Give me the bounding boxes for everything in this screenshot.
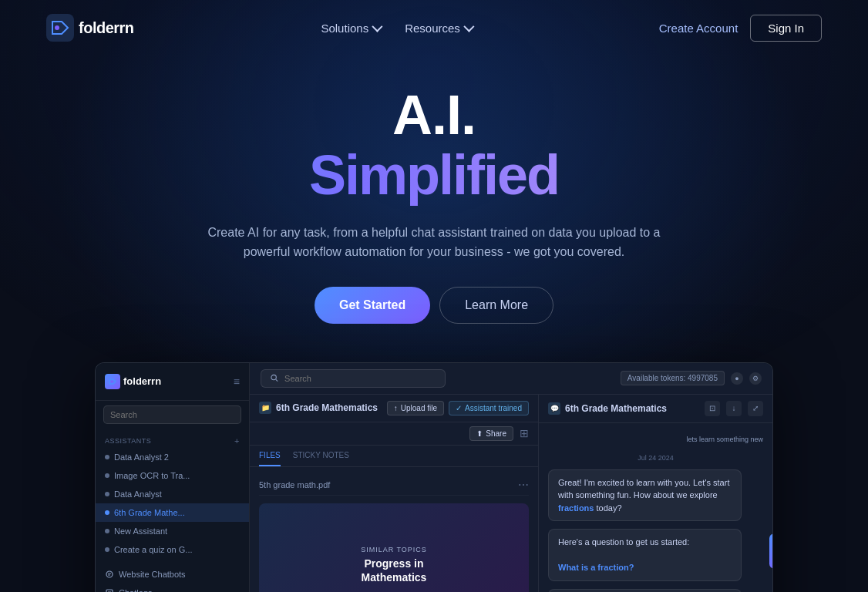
sidebar-logo: folderrn [105,374,161,389]
sidebar-logo-svg [108,377,117,386]
solutions-chevron-icon [372,22,382,32]
chat-system-notice: lets learn something new [548,432,763,446]
sidebar-search-row [96,401,249,429]
topbar: Available tokens: 4997085 ● ⚙ [250,363,772,395]
navbar: folderrn Solutions Resources Create Acco… [0,0,868,56]
sidebar-search-input[interactable] [103,405,241,424]
chat-title: 💬 6th Grade Mathematics [548,402,667,415]
upload-file-button[interactable]: ↑ Upload file [387,401,444,415]
panel-files-title: 📁 6th Grade Mathematics [259,402,378,414]
sidebar-item-website-chatbots[interactable]: Website Chatbots [96,565,249,584]
share-button[interactable]: ⬆ Share [469,426,513,441]
chat-bubble-bot-2: Here's a question to get us started: Wha… [548,529,742,581]
get-started-button[interactable]: Get Started [315,287,430,324]
sidebar-item-data-analyst[interactable]: Data Analyst [96,485,249,503]
logo-text: folderrn [79,19,134,37]
chat-messages: lets learn something new Jul 24 2024 Gre… [539,423,772,592]
logo-icon [46,14,74,42]
panel-files-content: 5th grade math.pdf ⋯ SIMILAR TOPICS Prog… [250,467,538,592]
nav-links: Solutions Resources [321,22,471,35]
hero-title-ai: A.I. [15,86,853,145]
panel-files: 📁 6th Grade Mathematics ↑ Upload file ✓ … [250,395,539,592]
sidebar-other-sections: Website Chatbots Chatlogs Chat Widget Le… [96,565,249,592]
file-name: 5th grade math.pdf [259,480,330,489]
sidebar-item-chatlogs[interactable]: Chatlogs [96,584,249,592]
sidebar-item-6th-grade[interactable]: 6th Grade Mathe... [96,503,249,522]
svg-rect-0 [46,14,74,42]
sidebar-header: folderrn ≡ [96,363,249,401]
chatlogs-icon [105,588,114,592]
chat-actions: ⊡ ↓ ⤢ [705,401,763,416]
topbar-right: Available tokens: 4997085 ● ⚙ [621,371,762,385]
topbar-circle-btn[interactable]: ● [731,372,743,385]
preview-main-title: Progress inMathematics [361,557,427,584]
svg-point-3 [106,571,113,577]
file-preview-content: SIMILAR TOPICS Progress inMathematics [361,546,427,584]
hero-subtitle: Create AI for any task, from a helpful c… [195,223,673,262]
learn-more-button[interactable]: Learn More [439,287,553,324]
share-row: ⬆ Share ⊞ [250,422,538,446]
sidebar-item-data-analyst-2[interactable]: Data Analyst 2 [96,448,249,466]
create-account-button[interactable]: Create Account [659,22,738,35]
tab-sticky-notes[interactable]: STICKY NOTES [293,446,349,466]
sidebar-item-create-quiz[interactable]: Create a quiz on G... [96,540,249,559]
main-area: Available tokens: 4997085 ● ⚙ 📁 6 [250,363,772,592]
chat-bubble-hint: Hint: Think about how we can represent a… [548,589,742,592]
search-icon [271,374,278,382]
hero-title-simplified: Simplified [15,145,853,206]
svg-point-10 [271,375,276,380]
hero-section: A.I. Simplified Create AI for any task, … [0,56,868,339]
chat-header: 💬 6th Grade Mathematics ⊡ ↓ ⤢ [539,395,772,423]
sidebar-menu-icon[interactable]: ≡ [234,375,240,388]
tab-files[interactable]: FILES [259,446,281,466]
file-preview: SIMILAR TOPICS Progress inMathematics Tr… [259,503,529,592]
panel-chat: 💬 6th Grade Mathematics ⊡ ↓ ⤢ lets learn… [539,395,772,592]
chat-timestamp-1: Jul 24 2024 [548,454,763,462]
panel-files-title-icon: 📁 [259,402,271,414]
file-item: 5th grade math.pdf ⋯ [259,475,529,496]
resources-chevron-icon [463,22,474,32]
nav-resources[interactable]: Resources [405,22,472,35]
sidebar-logo-icon [105,374,120,389]
nav-solutions[interactable]: Solutions [321,22,380,35]
hero-buttons: Get Started Learn More [15,287,853,324]
sidebar-section-assistants: Assistants + Data Analyst 2 Image OCR to… [96,429,249,562]
svg-point-2 [111,381,113,382]
logo[interactable]: folderrn [46,14,134,42]
topbar-search-input[interactable] [284,374,436,383]
sign-in-button[interactable]: Sign In [750,15,822,42]
panel-files-actions: ↑ Upload file ✓ Assistant trained [387,401,529,415]
tokens-badge: Available tokens: 4997085 [621,371,725,385]
panel-tabs: FILES STICKY NOTES [250,446,538,467]
topbar-settings-icon[interactable]: ⚙ [749,372,762,385]
chat-download-icon[interactable]: ↓ [726,401,742,416]
nav-actions: Create Account Sign In [659,15,822,42]
chat-bubble-bot-1: Great! I'm excited to learn with you. Le… [548,469,742,522]
grid-view-icon[interactable]: ⊞ [520,427,529,439]
chat-widget-tab[interactable]: Chat [769,534,772,569]
panel-files-header: 📁 6th Grade Mathematics ↑ Upload file ✓ … [250,395,538,422]
content-panels: 📁 6th Grade Mathematics ↑ Upload file ✓ … [250,395,772,592]
preview-subtitle-top: SIMILAR TOPICS [361,546,427,553]
svg-point-1 [55,25,59,30]
file-more-button[interactable]: ⋯ [518,479,529,491]
assistants-expand-icon[interactable]: + [234,436,240,446]
sidebar-item-image-ocr[interactable]: Image OCR to Tra... [96,466,249,485]
topbar-search-container [261,369,446,388]
chatbots-icon [105,570,114,579]
chat-expand-icon[interactable]: ⤢ [748,401,763,416]
chat-copy-icon[interactable]: ⊡ [705,401,720,416]
chat-title-icon: 💬 [548,402,560,415]
sidebar-item-new-assistant[interactable]: New Assistant [96,522,249,540]
assistant-trained-button[interactable]: ✓ Assistant trained [449,401,529,415]
assistants-label: Assistants [105,437,151,445]
sidebar: folderrn ≡ Assistants + Data Analyst 2 I… [96,363,250,592]
app-screenshot: folderrn ≡ Assistants + Data Analyst 2 I… [95,362,773,592]
